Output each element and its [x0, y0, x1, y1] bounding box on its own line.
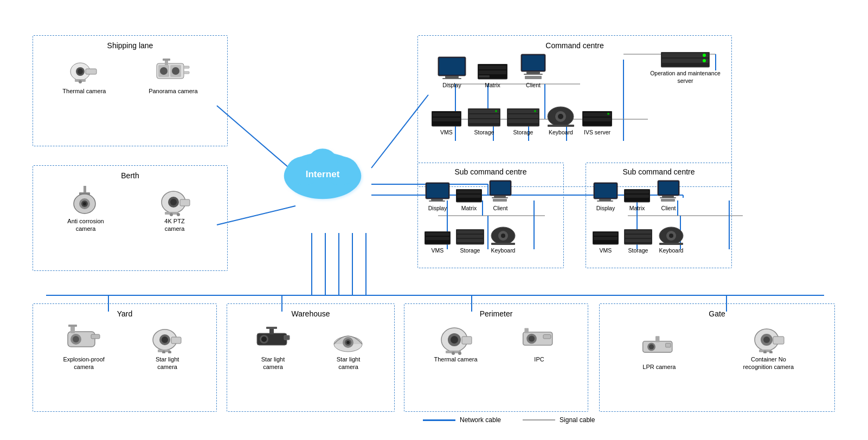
- warehouse-starlight2-item: Star lightcamera: [330, 323, 368, 371]
- main-diagram: Shipping lane: [0, 0, 868, 440]
- warehouse-title: Warehouse: [235, 309, 386, 318]
- svg-rect-129: [426, 232, 449, 236]
- svg-point-191: [458, 352, 461, 355]
- svg-text:Internet: Internet: [306, 169, 340, 179]
- svg-point-194: [528, 335, 534, 341]
- svg-rect-195: [543, 334, 551, 338]
- svg-rect-157: [625, 239, 651, 242]
- signal-cable-label: Signal cable: [560, 416, 595, 424]
- warehouse-starlight2-icon: [330, 323, 368, 353]
- svg-rect-133: [457, 235, 483, 238]
- svg-rect-140: [595, 184, 616, 198]
- svg-rect-87: [479, 66, 506, 69]
- svg-point-160: [669, 234, 673, 238]
- svg-rect-156: [625, 235, 651, 238]
- svg-point-54: [172, 67, 179, 75]
- perimeter-thermal-label: Thermal camera: [434, 355, 477, 363]
- sc2-storage: Storage: [624, 229, 652, 255]
- svg-rect-122: [457, 195, 481, 198]
- svg-rect-93: [524, 74, 543, 75]
- anti-corrosion-label: Anti corrosioncamera: [67, 217, 104, 233]
- warehouse-starlight1-icon: [254, 323, 292, 353]
- svg-rect-105: [508, 114, 538, 118]
- perimeter-box: Perimeter Th: [404, 303, 588, 412]
- svg-rect-101: [469, 119, 499, 123]
- sc1-display-label: Display: [428, 205, 447, 212]
- svg-rect-125: [494, 196, 506, 197]
- thermal-camera-label: Thermal camera: [62, 87, 106, 95]
- sc1-vms-label: VMS: [432, 247, 444, 255]
- sc1-client-label: Client: [493, 205, 508, 212]
- svg-rect-119: [429, 200, 445, 202]
- container-cam-label: Container Norecognition camera: [743, 355, 794, 371]
- sc1-keyboard-label: Keyboard: [491, 247, 516, 255]
- svg-rect-99: [469, 109, 499, 113]
- svg-rect-200: [666, 343, 671, 347]
- warehouse-box: Warehouse Star lightcamera: [227, 303, 395, 412]
- sub-command-2-title: Sub command centre: [593, 167, 725, 176]
- perimeter-ipc-icon: [520, 323, 558, 353]
- thermal-camera-icon: [65, 55, 103, 85]
- svg-rect-188: [462, 337, 472, 344]
- svg-rect-130: [426, 237, 449, 240]
- svg-rect-106: [508, 119, 538, 123]
- svg-rect-96: [433, 113, 460, 117]
- sc1-client: Client: [487, 179, 513, 212]
- svg-rect-165: [91, 334, 100, 339]
- internet-cloud-svg: Internet: [271, 135, 374, 206]
- svg-rect-121: [457, 190, 481, 193]
- svg-rect-161: [659, 243, 683, 245]
- sc1-matrix-label: Matrix: [461, 205, 477, 212]
- svg-point-184: [346, 341, 350, 344]
- panorama-camera-item: Panorama camera: [149, 55, 198, 95]
- shipping-lane-box: Shipping lane: [33, 35, 228, 146]
- svg-point-107: [534, 110, 536, 112]
- svg-rect-114: [583, 118, 611, 121]
- sc2-matrix: Matrix: [624, 189, 650, 212]
- cc-storage1-label: Storage: [474, 129, 494, 137]
- svg-rect-88: [479, 70, 506, 74]
- signal-cable-line: [523, 419, 555, 420]
- svg-point-164: [73, 336, 79, 342]
- yard-box: Yard Explosion-proofcamera: [33, 303, 217, 412]
- svg-rect-84: [445, 76, 459, 78]
- sc2-client: Client: [655, 179, 681, 212]
- svg-rect-142: [597, 200, 613, 202]
- network-cable-line: [423, 419, 455, 421]
- svg-point-137: [501, 234, 505, 238]
- svg-rect-83: [439, 58, 465, 75]
- svg-rect-68: [180, 199, 190, 206]
- legend-container: Network cable Signal cable: [423, 416, 595, 424]
- sc2-client-label: Client: [661, 205, 676, 212]
- svg-rect-148: [662, 196, 674, 197]
- svg-point-49: [79, 80, 82, 83]
- cc-keyboard-label: Keyboard: [549, 129, 573, 137]
- svg-point-199: [649, 344, 654, 349]
- svg-rect-94: [525, 76, 542, 79]
- svg-point-70: [170, 213, 173, 216]
- sc1-keyboard: Keyboard: [490, 226, 517, 255]
- anti-corrosion-camera-item: Anti corrosioncamera: [67, 185, 105, 233]
- container-cam-item: Container Norecognition camera: [743, 323, 794, 371]
- lpr-camera-item: LPR camera: [640, 331, 678, 371]
- cc-storage1-item: Storage: [468, 108, 500, 137]
- svg-rect-150: [661, 199, 675, 202]
- cc-ivs-item: IVS server: [582, 111, 612, 137]
- svg-rect-92: [526, 72, 540, 74]
- svg-point-79: [703, 54, 706, 57]
- warehouse-starlight1-label: Star lightcamera: [261, 355, 285, 371]
- svg-rect-147: [659, 182, 678, 195]
- svg-rect-178: [284, 335, 290, 340]
- svg-rect-127: [493, 199, 507, 202]
- sc2-display: Display: [593, 182, 619, 212]
- svg-rect-78: [662, 53, 709, 57]
- perimeter-thermal-item: Thermal camera: [434, 323, 477, 363]
- sc2-keyboard-label: Keyboard: [659, 247, 684, 255]
- perimeter-thermal-icon: [437, 323, 475, 353]
- svg-point-64: [83, 202, 86, 205]
- yard-starlight-icon: [149, 323, 187, 353]
- svg-rect-144: [625, 190, 649, 193]
- berth-title: Berth: [41, 171, 219, 180]
- svg-point-170: [162, 337, 168, 343]
- signal-cable-legend: Signal cable: [523, 416, 595, 424]
